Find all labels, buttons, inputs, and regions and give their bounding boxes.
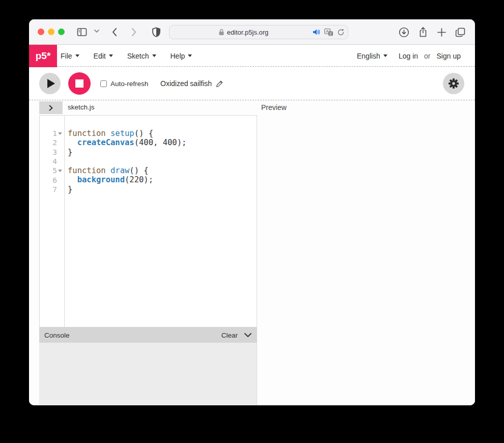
gear-icon: [448, 78, 459, 89]
expand-sidebar-button[interactable]: [39, 101, 63, 114]
chevron-down-icon: [75, 54, 79, 57]
gutter-row[interactable]: 3: [40, 148, 64, 157]
chevron-down-icon: [152, 54, 156, 57]
stop-icon: [75, 79, 83, 88]
auto-refresh-checkbox[interactable]: [100, 80, 107, 87]
menu-edit-label: Edit: [94, 52, 106, 60]
sidebar-chevron-icon[interactable]: [93, 29, 104, 40]
collapse-console-icon[interactable]: [244, 333, 252, 338]
privacy-shield-icon[interactable]: [151, 26, 162, 38]
gutter-row[interactable]: 4: [40, 157, 64, 166]
sketch-title: Oxidized sailfish: [160, 79, 212, 88]
menu-sketch-label: Sketch: [127, 52, 149, 60]
code-line[interactable]: }: [68, 185, 257, 194]
console-header: Console Clear: [39, 327, 257, 343]
console-title: Console: [44, 331, 70, 339]
gutter-row[interactable]: 1: [40, 129, 64, 138]
sketch-toolbar: Auto-refresh Oxidized sailfish: [29, 67, 475, 100]
fold-arrow-icon[interactable]: [58, 170, 62, 172]
gutter-row[interactable]: 7: [40, 185, 64, 194]
gutter-row[interactable]: 5: [40, 166, 64, 175]
login-link[interactable]: Log in: [399, 52, 418, 60]
settings-button[interactable]: [443, 73, 464, 94]
play-button[interactable]: [39, 73, 61, 94]
gutter-row[interactable]: 6: [40, 175, 64, 184]
preview-label: Preview: [261, 103, 287, 112]
audio-playing-icon[interactable]: [313, 29, 321, 36]
close-window-button[interactable]: [38, 29, 44, 35]
menu-edit[interactable]: Edit: [94, 52, 113, 60]
svg-text:文: 文: [329, 31, 332, 35]
tab-sketch-js[interactable]: sketch.js: [68, 103, 95, 111]
code-lines[interactable]: function setup() { createCanvas(400, 400…: [65, 116, 257, 327]
url-text: editor.p5js.org: [227, 29, 269, 36]
menu-right: English Log in or Sign up: [357, 45, 461, 67]
code-line[interactable]: function draw() {: [68, 166, 257, 175]
gutter-lines: 1234567: [40, 116, 65, 327]
chevron-down-icon: [188, 54, 192, 57]
or-text: or: [424, 52, 430, 60]
code-line[interactable]: [68, 157, 257, 166]
console-clear-button[interactable]: Clear: [221, 331, 238, 339]
play-icon: [47, 79, 55, 88]
fold-arrow-icon[interactable]: [58, 132, 62, 135]
console-panel: Console Clear: [39, 327, 257, 405]
menu-file-label: File: [61, 52, 72, 60]
code-line[interactable]: }: [68, 148, 257, 157]
downloads-icon[interactable]: [399, 27, 409, 38]
zoom-window-button[interactable]: [58, 29, 65, 35]
auto-refresh-control: Auto-refresh: [100, 67, 148, 100]
preview-frame: [258, 115, 475, 405]
browser-chrome: editor.p5js.org A文: [29, 19, 475, 45]
menu-file[interactable]: File: [61, 52, 79, 60]
lock-icon: [218, 29, 225, 36]
p5-menubar: p5* File Edit Sketch Help English: [29, 45, 475, 67]
address-bar[interactable]: editor.p5js.org A文: [169, 25, 348, 39]
menu-sketch[interactable]: Sketch: [127, 52, 156, 60]
edit-pencil-icon[interactable]: [216, 80, 223, 88]
share-icon[interactable]: [418, 26, 428, 38]
code-line[interactable]: function setup() {: [68, 129, 257, 138]
minimize-window-button[interactable]: [48, 29, 54, 35]
reload-icon[interactable]: [337, 29, 345, 36]
language-selector[interactable]: English: [357, 52, 387, 60]
sidebar-toggle-icon[interactable]: [76, 26, 88, 38]
p5-logo[interactable]: p5*: [29, 45, 57, 67]
menu-help[interactable]: Help: [171, 52, 192, 60]
signup-link[interactable]: Sign up: [437, 52, 461, 60]
menu-help-label: Help: [171, 52, 185, 60]
chevron-down-icon: [383, 54, 387, 57]
ide-content: sketch.js Preview 1234567 function setup…: [29, 100, 475, 405]
sketch-title-wrap: Oxidized sailfish: [160, 67, 223, 100]
language-label: English: [357, 52, 380, 60]
forward-button-icon[interactable]: [128, 26, 139, 38]
chevron-down-icon: [109, 54, 113, 57]
translate-icon[interactable]: A文: [324, 29, 333, 36]
auto-refresh-label: Auto-refresh: [110, 80, 148, 88]
tab-overview-icon[interactable]: [455, 27, 466, 38]
stop-button[interactable]: [68, 72, 91, 95]
gutter-row[interactable]: 2: [40, 138, 64, 147]
console-output[interactable]: [39, 343, 257, 405]
menu-items: File Edit Sketch Help: [61, 45, 192, 67]
browser-window: editor.p5js.org A文: [29, 19, 475, 405]
new-tab-icon[interactable]: [437, 27, 446, 37]
code-line[interactable]: createCanvas(400, 400);: [68, 138, 257, 147]
code-editor[interactable]: 1234567 function setup() { createCanvas(…: [39, 115, 257, 327]
chevron-right-icon: [48, 104, 54, 112]
back-button-icon[interactable]: [109, 26, 121, 38]
code-line[interactable]: background(220);: [68, 175, 257, 184]
